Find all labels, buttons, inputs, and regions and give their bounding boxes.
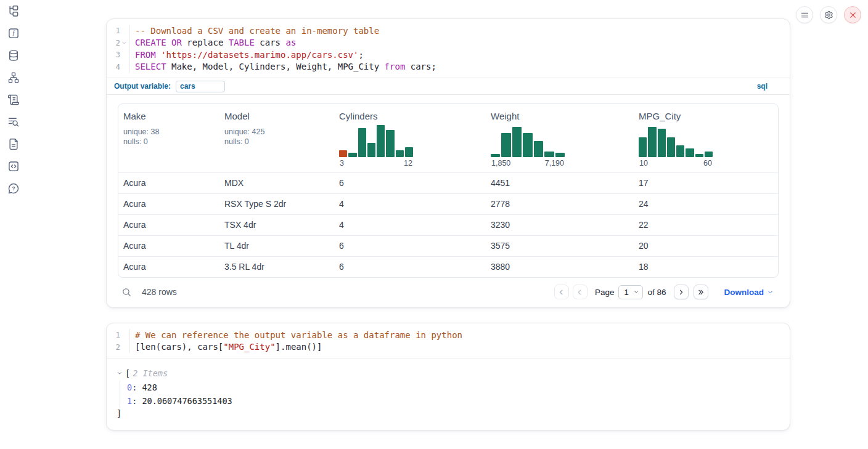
histogram-bar: [695, 154, 703, 157]
histogram-bar: [386, 130, 394, 157]
histogram-bar: [377, 125, 385, 157]
histogram-bar: [676, 145, 684, 157]
column-stats: unique: 38nulls: 0: [123, 127, 215, 147]
collapse-chevron-icon[interactable]: [117, 370, 125, 376]
pagination: Page 1 of 86: [554, 285, 708, 299]
histogram-bar: [544, 152, 554, 157]
table-cell: 22: [634, 215, 778, 235]
close-bracket-row: ]: [117, 408, 780, 419]
helper-panel-rail: f ?: [0, 0, 27, 449]
table-header-row: Makeunique: 38nulls: 0Modelunique: 425nu…: [118, 104, 778, 172]
hamburger-menu-button[interactable]: [796, 6, 813, 23]
column-name[interactable]: MPG_City: [639, 111, 773, 121]
table-footer: 428 rows Page 1 of 86: [107, 278, 790, 307]
previous-page-button[interactable]: [573, 285, 588, 299]
histogram-bar: [523, 133, 532, 157]
svg-text:?: ?: [12, 185, 15, 192]
table-cell: 6: [334, 173, 486, 193]
table-cell: 2778: [486, 194, 634, 214]
close-bracket: ]: [117, 408, 121, 418]
page-label: Page: [595, 288, 615, 297]
column-name[interactable]: Cylinders: [339, 111, 481, 121]
page-select[interactable]: 1: [618, 285, 643, 299]
page-total-label: of 86: [647, 288, 666, 297]
output-variable-input[interactable]: [176, 81, 225, 92]
column-name[interactable]: Model: [224, 111, 329, 121]
table-row[interactable]: AcuraTSX 4dr4323022: [118, 214, 778, 235]
output-variable-bar: Output variable: sql: [107, 78, 790, 95]
data-sources-icon[interactable]: [0, 44, 27, 67]
table-cell: Acura: [118, 173, 219, 193]
dependency-graph-icon[interactable]: [0, 67, 27, 89]
histogram-bar: [705, 152, 713, 157]
histogram-axis: 312: [339, 159, 413, 168]
data-table: Makeunique: 38nulls: 0Modelunique: 425nu…: [118, 103, 779, 278]
help-chat-icon[interactable]: ?: [0, 177, 27, 200]
download-button[interactable]: Download: [724, 288, 774, 297]
items-count-label: 2 Items: [133, 368, 168, 378]
histogram-bar: [339, 150, 347, 157]
first-page-button[interactable]: [554, 285, 569, 299]
snippets-icon[interactable]: [0, 155, 27, 177]
table-row[interactable]: AcuraTL 4dr6357520: [118, 235, 778, 256]
code-line[interactable]: 4SELECT Make, Model, Cylinders, Weight, …: [107, 61, 790, 73]
last-page-button[interactable]: [694, 285, 708, 299]
table-cell: MDX: [219, 173, 334, 193]
histogram-bar: [639, 137, 647, 157]
histogram-bar: [367, 143, 375, 157]
table-body: AcuraMDX6445117AcuraRSX Type S 2dr427782…: [118, 172, 778, 277]
close-button[interactable]: [844, 6, 861, 23]
code-line[interactable]: 2CREATE OR replace TABLE cars as: [107, 37, 790, 49]
column-header: Cylinders312: [334, 104, 486, 172]
fold-chevron-icon[interactable]: [120, 39, 128, 47]
column-header: Weight1,8507,190: [486, 104, 634, 172]
histogram-bar: [534, 141, 543, 157]
table-row[interactable]: Acura3.5 RL 4dr6388018: [118, 256, 778, 277]
logs-icon[interactable]: [0, 111, 27, 133]
table-row[interactable]: AcuraMDX6445117: [118, 172, 778, 193]
column-name[interactable]: Weight: [491, 111, 629, 121]
documentation-icon[interactable]: [0, 133, 27, 155]
code-line[interactable]: 1# We can reference the output variable …: [107, 329, 790, 341]
column-histogram: 312: [339, 121, 413, 168]
variables-icon[interactable]: f: [0, 22, 27, 44]
histogram-bar: [658, 129, 666, 157]
table-cell: Acura: [118, 236, 219, 256]
histogram-bar: [686, 148, 694, 157]
column-header: Makeunique: 38nulls: 0: [118, 104, 219, 172]
tree-entry: 0: 428: [127, 381, 780, 394]
table-cell: 4: [334, 215, 486, 235]
table-cell: 3880: [486, 257, 634, 277]
line-number: 2: [112, 342, 120, 352]
chevron-down-icon: [633, 289, 639, 295]
table-cell: Acura: [118, 194, 219, 214]
line-number: 2: [112, 38, 120, 47]
language-badge[interactable]: sql: [757, 82, 768, 91]
code-text: CREATE OR replace TABLE cars as: [130, 38, 296, 47]
code-line[interactable]: 1-- Download a CSV and create an in-memo…: [107, 25, 790, 37]
code-text: -- Download a CSV and create an in-memor…: [130, 26, 379, 36]
settings-gear-button[interactable]: [820, 6, 837, 23]
code-text: [len(cars), cars["MPG_City"].mean()]: [130, 342, 322, 352]
column-name[interactable]: Make: [123, 111, 215, 121]
file-explorer-icon[interactable]: [0, 0, 27, 22]
output-variable-label: Output variable:: [114, 82, 171, 91]
histogram-bar: [396, 150, 404, 157]
histogram-bar: [405, 147, 413, 157]
histogram-bar: [501, 133, 510, 157]
table-cell: Acura: [118, 257, 219, 277]
code-text: SELECT Make, Model, Cylinders, Weight, M…: [130, 62, 436, 71]
entry-key: 0: [127, 382, 132, 392]
table-row[interactable]: AcuraRSX Type S 2dr4277824: [118, 193, 778, 214]
code-line[interactable]: 3FROM 'https://datasets.marimo.app/cars.…: [107, 49, 790, 61]
python-code-editor[interactable]: 1# We can reference the output variable …: [107, 323, 790, 358]
chevron-down-icon: [767, 289, 774, 296]
line-number: 4: [112, 62, 120, 71]
code-line[interactable]: 2[len(cars), cars["MPG_City"].mean()]: [107, 341, 790, 354]
next-page-button[interactable]: [674, 285, 689, 299]
scratchpad-icon[interactable]: [0, 89, 27, 111]
search-icon[interactable]: [121, 287, 132, 297]
table-cell: 18: [634, 257, 778, 277]
sql-code-editor[interactable]: 1-- Download a CSV and create an in-memo…: [107, 19, 790, 78]
table-cell: TSX 4dr: [219, 215, 334, 235]
